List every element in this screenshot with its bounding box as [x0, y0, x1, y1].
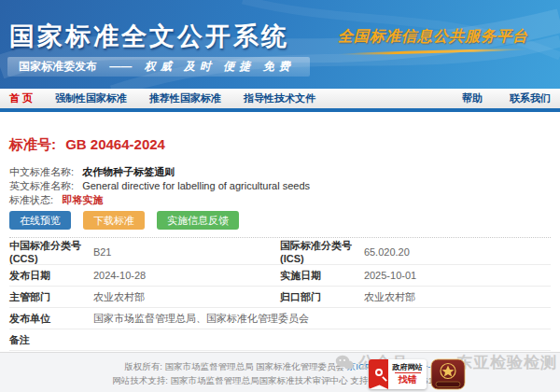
detail-value: 2025-10-01 — [364, 265, 551, 287]
status-label: 标准状态: — [9, 194, 53, 205]
detail-value: 农业农村部 — [93, 287, 280, 308]
en-name-line: 英文标准名称: General directive for labelling … — [9, 179, 551, 193]
copyright-text: 版权所有: 国家市场监督管理总局 国家标准化管理委员会 — [124, 361, 347, 371]
implementation-feedback-button[interactable]: 实施信息反馈 — [157, 211, 239, 230]
nav-item-recommended-standards[interactable]: 推荐性国家标准 — [149, 91, 221, 105]
magnifier-icon — [375, 369, 383, 376]
cn-name-value: 农作物种子标签通则 — [82, 166, 175, 177]
wechat-icon — [335, 355, 354, 371]
dotted-divider — [9, 237, 551, 238]
detail-label: 主管部门 — [9, 287, 93, 308]
gov-site-label: 政府网站 — [393, 363, 423, 372]
detail-label: 归口部门 — [280, 287, 364, 308]
page: 国家标准全文公开系统 国家标准委发布 —— 权威 及时 便捷 免费 全国标准信息… — [0, 0, 560, 392]
status-line: 标准状态: 即将实施 — [9, 193, 551, 207]
watermark-name: 东亚检验检测 — [456, 352, 557, 373]
en-name-value: General directive for labelling of agric… — [82, 180, 310, 191]
find-error-text-block: 政府网站 找错 — [388, 359, 427, 389]
detail-value: 65.020.20 — [364, 239, 551, 265]
table-row: 中国标准分类号 (CCS) B21 国际标准分类号 (ICS) 65.020.2… — [9, 239, 551, 265]
gov-site-find-error-badge[interactable]: 政府网站 找错 — [369, 359, 427, 389]
main-nav: 首 页 强制性国家标准 推荐性国家标准 指导性技术文件 帮助 联系我们 — [0, 89, 560, 108]
standard-number-label: 标准号: — [9, 136, 56, 152]
publisher-dash: —— — [109, 60, 132, 73]
standard-detail: 标准号: GB 20464-2024 中文标准名称: 农作物种子标签通则 英文标… — [0, 112, 560, 351]
standard-number: GB 20464-2024 — [65, 136, 165, 152]
nav-right-group: 帮助 联系我们 — [438, 91, 551, 105]
detail-value: B21 — [93, 239, 280, 265]
detail-label: 实施日期 — [280, 265, 364, 287]
publisher-label: 国家标准委发布 — [19, 60, 97, 73]
publisher-band: 国家标准委发布 —— 权威 及时 便捷 免费 — [7, 57, 310, 77]
table-row: 主管部门 农业农村部 归口部门 农业农村部 — [9, 287, 551, 308]
gov-emblem-badge[interactable] — [430, 358, 466, 390]
nav-item-help[interactable]: 帮助 — [462, 92, 483, 104]
nav-item-mandatory-standards[interactable]: 强制性国家标准 — [55, 91, 127, 105]
find-error-ribbon — [369, 359, 388, 389]
detail-label: 国际标准分类号 (ICS) — [280, 239, 364, 265]
detail-value: 国家市场监督管理总局、国家标准化管理委员会 — [93, 308, 551, 329]
table-row: 发布日期 2024-10-28 实施日期 2025-10-01 — [9, 265, 551, 287]
download-standard-button[interactable]: 下载标准 — [83, 211, 145, 230]
nav-item-guiding-documents[interactable]: 指导性技术文件 — [244, 91, 315, 105]
online-preview-button[interactable]: 在线预览 — [9, 211, 71, 230]
site-header: 国家标准全文公开系统 国家标准委发布 —— 权威 及时 便捷 免费 全国标准信息… — [0, 0, 560, 89]
cn-name-label: 中文标准名称: — [9, 166, 74, 177]
detail-label: 发布单位 — [9, 308, 93, 329]
nav-item-home[interactable]: 首 页 — [9, 91, 33, 105]
table-row: 备注 — [9, 329, 551, 351]
tech-support-line: 网站技术支持: 国家市场监督管理总局国家标准技术审评中心 支持电话: 010-8… — [0, 373, 560, 387]
detail-value: 农业农村部 — [364, 287, 551, 308]
detail-label: 备注 — [9, 329, 93, 351]
status-badge: 即将实施 — [62, 194, 103, 205]
gov-emblem-icon — [430, 358, 466, 390]
table-row: 发布单位 国家市场监督管理总局、国家标准化管理委员会 — [9, 308, 551, 329]
detail-value — [93, 329, 551, 351]
standard-number-line: 标准号: GB 20464-2024 — [9, 136, 551, 154]
standard-details-table: 中国标准分类号 (CCS) B21 国际标准分类号 (ICS) 65.020.2… — [9, 239, 551, 351]
en-name-label: 英文标准名称: — [9, 180, 74, 191]
site-footer: 版权所有: 国家市场监督管理总局 国家标准化管理委员会 京ICP备1802238… — [0, 352, 560, 392]
platform-name: 全国标准信息公共服务平台 — [338, 28, 528, 44]
platform-logo: 全国标准信息公共服务平台 — [338, 27, 528, 53]
find-error-label: 找错 — [395, 372, 421, 385]
detail-label: 发布日期 — [9, 265, 93, 287]
detail-value: 2024-10-28 — [93, 265, 280, 287]
nav-item-contact[interactable]: 联系我们 — [510, 92, 551, 104]
detail-label: 中国标准分类号 (CCS) — [9, 239, 93, 265]
action-button-row: 在线预览 下载标准 实施信息反馈 — [9, 211, 551, 230]
slogan-text: 权威 及时 便捷 免费 — [145, 60, 295, 73]
site-title: 国家标准全文公开系统 — [9, 20, 289, 53]
cn-name-line: 中文标准名称: 农作物种子标签通则 — [9, 165, 551, 179]
